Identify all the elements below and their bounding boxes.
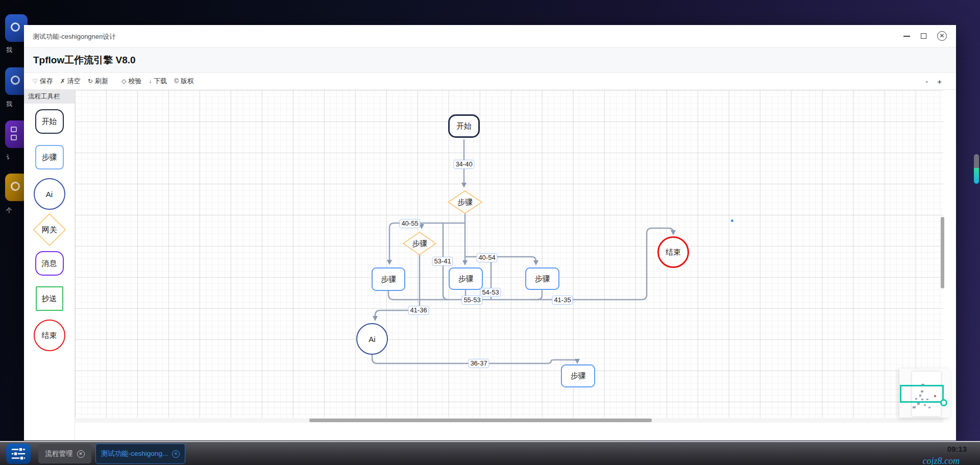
edge-label[interactable]: 34-40 (453, 160, 474, 169)
edge-label[interactable]: 54-53 (480, 288, 501, 297)
minimap-resize-handle[interactable] (940, 399, 947, 406)
flow-edges (75, 90, 943, 418)
taskbar-tab-process-management[interactable]: 流程管理 ✕ (38, 444, 91, 463)
desktop-icon-label: 我 (6, 46, 23, 55)
edge-label[interactable]: 36-37 (468, 359, 489, 368)
palette-item-ai[interactable]: Ai (34, 178, 65, 210)
toolbar: ♡保存 ✗清空 ↻刷新 ◇校验 ↓下载 ©版权 - + (24, 73, 956, 90)
flow-node-step-b[interactable]: 步骤 (449, 267, 483, 290)
flow-node-gateway-2[interactable]: 步骤 (404, 237, 435, 250)
watermark: cojz8.com (923, 456, 960, 465)
window-titlebar: 测试功能-ceshigongnen设计 ✕ (24, 25, 956, 47)
edge-label[interactable]: 40-54 (476, 253, 497, 262)
edge-dock-bottom (974, 168, 979, 184)
palette-sidebar: 流程工具栏 开始 步骤 Ai 网关 消息 抄送 结束 (24, 90, 75, 440)
app-glyph-icon (11, 127, 17, 132)
flow-canvas[interactable]: 开始 步骤 步骤 步骤 步骤 步骤 Ai 步骤 结束 34-40 40-55 5… (75, 90, 943, 418)
flow-node-gateway-1[interactable]: 步骤 (450, 196, 480, 208)
flow-node-step-d[interactable]: 步骤 (561, 364, 595, 387)
desktop-icon-label: 讠 (6, 153, 23, 162)
sliders-icon (11, 447, 26, 460)
endpoint-dot (731, 219, 733, 222)
tab-close-icon[interactable]: ✕ (77, 450, 85, 458)
zoom-in-button[interactable]: + (937, 77, 942, 86)
palette-item-end[interactable]: 结束 (34, 320, 65, 351)
palette-title: 流程工具栏 (24, 90, 75, 104)
flow-node-end[interactable]: 结束 (657, 236, 689, 268)
app-glyph-icon (11, 135, 17, 140)
app-glyph-icon (11, 22, 20, 32)
taskbar: 流程管理 ✕ 测试功能-ceshigong... ✕ 09:13 2026/01… (0, 441, 980, 465)
edge-label[interactable]: 41-35 (552, 296, 573, 305)
flow-node-ai[interactable]: Ai (356, 323, 388, 355)
flow-node-start[interactable]: 开始 (448, 114, 480, 138)
refresh-icon: ↻ (88, 78, 93, 85)
app-glyph-icon (11, 182, 20, 191)
download-button[interactable]: ↓下载 (149, 77, 167, 86)
designer-main: 流程工具栏 开始 步骤 Ai 网关 消息 抄送 结束 (24, 90, 956, 440)
close-icon[interactable]: ✕ (937, 31, 947, 41)
app-glyph-icon (11, 76, 20, 85)
validate-button[interactable]: ◇校验 (121, 77, 141, 86)
palette-item-gateway[interactable]: 网关 (33, 213, 66, 246)
taskbar-tab-test-function[interactable]: 测试功能-ceshigong... ✕ (95, 444, 185, 464)
vertical-scrollbar-thumb[interactable] (941, 217, 944, 288)
desktop: 我 我 讠 个 测试功能-ceshigongnen设计 ✕ Tpflow工作流引… (0, 0, 980, 465)
palette-item-message[interactable]: 消息 (35, 251, 64, 276)
edge-label[interactable]: 55-53 (461, 296, 482, 305)
tab-close-icon[interactable]: ✕ (172, 450, 180, 458)
download-icon: ↓ (149, 78, 152, 85)
clear-button[interactable]: ✗清空 (60, 77, 81, 86)
heart-icon: ♡ (32, 78, 38, 85)
edge-dock-widget[interactable] (974, 154, 979, 184)
horizontal-scrollbar-thumb[interactable] (309, 419, 652, 422)
edge-label[interactable]: 53-41 (432, 257, 453, 266)
zoom-out-button[interactable]: - (925, 77, 928, 86)
palette-item-copy[interactable]: 抄送 (36, 286, 63, 311)
minimap (899, 369, 950, 418)
palette-item-start[interactable]: 开始 (35, 109, 64, 134)
minimap-viewport[interactable] (900, 385, 944, 403)
designer-window: 测试功能-ceshigongnen设计 ✕ Tpflow工作流引擎 V8.0 ♡… (24, 25, 956, 440)
engine-title: Tpflow工作流引擎 V8.0 (33, 54, 136, 67)
edge-label[interactable]: 40-55 (399, 219, 420, 228)
copyright-button[interactable]: ©版权 (174, 77, 194, 86)
flow-node-step-c[interactable]: 步骤 (525, 267, 559, 290)
window-title: 测试功能-ceshigongnen设计 (33, 32, 116, 41)
start-menu-button[interactable] (6, 444, 31, 464)
diamond-icon: ◇ (121, 78, 126, 85)
app-header: Tpflow工作流引擎 V8.0 (24, 47, 956, 73)
minimize-icon[interactable] (903, 36, 910, 37)
flow-node-step-a[interactable]: 步骤 (372, 267, 405, 291)
edge-label[interactable]: 41-36 (408, 306, 429, 315)
clock-time: 09:13 (937, 445, 967, 453)
save-button[interactable]: ♡保存 (32, 77, 53, 86)
palette-item-step[interactable]: 步骤 (35, 145, 64, 169)
maximize-icon[interactable] (921, 33, 926, 39)
horizontal-scrollbar (75, 418, 943, 423)
desktop-icon-label: 个 (6, 206, 23, 215)
desktop-icon-label: 我 (6, 100, 23, 109)
copyright-icon: © (174, 78, 179, 85)
x-icon: ✗ (60, 78, 65, 85)
refresh-button[interactable]: ↻刷新 (88, 77, 108, 86)
edge-dock-top (974, 154, 979, 168)
